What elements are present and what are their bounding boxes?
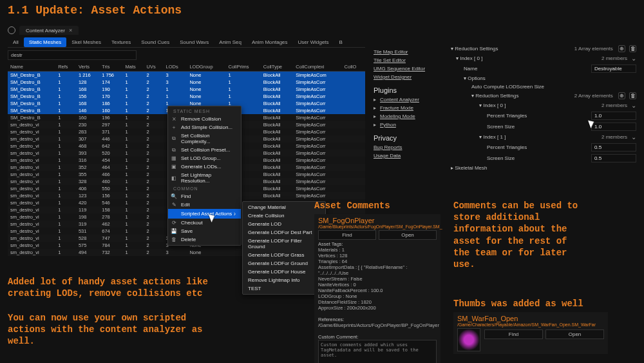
- link[interactable]: Modeling Mode: [374, 113, 425, 119]
- col-refs[interactable]: Refs: [55, 63, 76, 72]
- col-lodgroup[interactable]: LODGroup: [187, 63, 225, 72]
- asset-tooltip-thumb: SM_WarFan_Open /Game/Characters/Playable…: [453, 312, 608, 354]
- ctx-sub-item[interactable]: Generate LOD: [243, 220, 325, 228]
- filter-skel-meshes[interactable]: Skel Meshes: [66, 37, 106, 47]
- table-row[interactable]: SM_Destro_B11 2161 756123None1BlockAllSi…: [8, 72, 365, 79]
- ctx-sub-item[interactable]: Generate LODFor Grass: [243, 251, 325, 259]
- tab-content-analyzer[interactable]: Content Analyzer ×: [19, 26, 79, 35]
- find-button[interactable]: Find: [484, 329, 543, 339]
- open-button[interactable]: Open: [379, 230, 437, 240]
- ctx-sub-item[interactable]: Generate LODFor Filler Ground: [243, 237, 325, 251]
- filter-textures[interactable]: Textures: [106, 37, 136, 47]
- link[interactable]: Usage Data: [374, 153, 425, 159]
- editor-links: Tile Map EditorTile Set EditorUMG Sequen…: [374, 46, 425, 161]
- link[interactable]: Bug Reports: [374, 144, 425, 150]
- ctx-sub-item[interactable]: Change Material: [243, 203, 325, 211]
- col-mats[interactable]: Mats: [123, 63, 144, 72]
- col-name[interactable]: Name: [8, 63, 55, 72]
- open-button[interactable]: Open: [545, 329, 604, 339]
- ctx-item[interactable]: ◧Set Lightmap Resolution...: [168, 171, 241, 185]
- col-tris[interactable]: Tris: [99, 63, 122, 72]
- ctx-sub-item[interactable]: Generate LODFor Ground: [243, 259, 325, 268]
- ctx-sub-item[interactable]: Remove Lightmap Info: [243, 276, 325, 284]
- table-row[interactable]: SM_Destro_B1168190121None1BlockAllSimple…: [8, 86, 365, 93]
- asset-name: SM_FogOnPlayer: [318, 217, 437, 224]
- name-field[interactable]: Destroyable: [591, 64, 636, 73]
- filter-b[interactable]: B: [334, 37, 348, 47]
- link[interactable]: Widget Designer: [374, 74, 425, 80]
- ctx-sub-item[interactable]: TEST: [243, 284, 325, 293]
- tab-label: Content Analyzer: [26, 28, 65, 34]
- ctx-sub-item[interactable]: Generate LODFor House: [243, 268, 325, 276]
- link[interactable]: Tile Map Editor: [374, 49, 425, 55]
- trash-icon[interactable]: 🗑: [629, 45, 636, 52]
- caption-1: Added lot of handy asset actions like cr…: [8, 276, 208, 299]
- ctx-item[interactable]: ⧉Set Collision Preset...: [168, 146, 241, 154]
- ctx-item[interactable]: ＋Add Simple Collision...: [168, 123, 241, 132]
- ctx-item[interactable]: 💾Save: [168, 227, 241, 235]
- ctx-item[interactable]: ▦Set LOD Group...: [168, 154, 241, 162]
- caption-5: Thumbs was added as well: [453, 298, 583, 309]
- context-submenu-scripted[interactable]: Change MaterialCreate CollisionGenerate …: [242, 201, 326, 295]
- filter-bar: AllStatic MeshesSkel MeshesTexturesSound…: [8, 37, 365, 48]
- close-icon[interactable]: ×: [69, 27, 72, 34]
- col-collcomplexi[interactable]: CollComplexi: [293, 63, 341, 72]
- col-collo[interactable]: CollO: [342, 63, 365, 72]
- context-menu-static-mesh[interactable]: STATIC MESH⨯Remove Collision＋Add Simple …: [167, 106, 242, 246]
- link[interactable]: UMG Sequence Editor: [374, 66, 425, 72]
- asset-path: /Game/Blueprints/Actors/FogOnPlayer/SM_F…: [318, 224, 437, 229]
- link[interactable]: Content Analyzer: [374, 97, 425, 103]
- caption-2: You can now use your own scripted action…: [8, 312, 202, 348]
- ue-logo-icon: [8, 26, 15, 34]
- ctx-item[interactable]: ✎Edit: [168, 201, 241, 209]
- ctx-sub-item[interactable]: Generate LODFor Dest Part: [243, 228, 325, 237]
- heading-asset-comments: Asset Comments: [314, 200, 390, 211]
- caption-4: Comments can be used to store additional…: [453, 200, 578, 270]
- col-lods[interactable]: LODs: [164, 63, 187, 72]
- add-icon[interactable]: ⊕: [618, 92, 625, 99]
- link[interactable]: Python: [374, 122, 425, 128]
- search-input[interactable]: [8, 50, 137, 60]
- ctx-sub-item[interactable]: Create Collision: [243, 211, 325, 220]
- reduction-settings-panel: ▾ Reduction Settings1 Array elements ⊕🗑 …: [448, 44, 639, 172]
- ctx-item[interactable]: ⧉Set Collision Complexity...: [168, 132, 241, 146]
- comment-textarea[interactable]: Custom comments added which uses TagMeta…: [318, 340, 437, 363]
- link[interactable]: Fracture Mode: [374, 105, 425, 111]
- filter-user-widgets[interactable]: User Widgets: [293, 37, 334, 47]
- asset-thumbnail: [457, 328, 480, 351]
- col-collprims[interactable]: CollPrims: [225, 63, 260, 72]
- ctx-item[interactable]: ⨯Remove Collision: [168, 115, 241, 123]
- filter-sound-cues[interactable]: Sound Cues: [136, 37, 175, 47]
- table-row[interactable]: SM_Destro_B1128174123None1BlockAllSimple…: [8, 79, 365, 86]
- filter-static-meshes[interactable]: Static Meshes: [24, 37, 66, 47]
- col-uvs[interactable]: UVs: [144, 63, 164, 72]
- filter-all[interactable]: All: [8, 37, 24, 47]
- asset-path: /Game/Characters/Playable/Amazon/SM_WarF…: [457, 322, 604, 327]
- ctx-item[interactable]: 🗑Delete: [168, 235, 241, 244]
- ctx-item[interactable]: ⟳Checkout: [168, 219, 241, 227]
- trash-icon[interactable]: 🗑: [629, 92, 636, 99]
- asset-name: SM_WarFan_Open: [457, 315, 604, 322]
- table-row[interactable]: SM_Destro_B1156170121None1BlockAllSimple…: [8, 93, 365, 100]
- col-verts[interactable]: Verts: [76, 63, 99, 72]
- filter-sound-wavs[interactable]: Sound Wavs: [175, 37, 214, 47]
- ctx-item[interactable]: ▣Generate LODs...: [168, 162, 241, 171]
- filter-anim-montages[interactable]: Anim Montages: [247, 37, 293, 47]
- find-button[interactable]: Find: [318, 230, 376, 240]
- filter-anim-seq[interactable]: Anim Seq: [214, 37, 247, 47]
- ctx-item[interactable]: Scripted Asset Actions: [168, 209, 241, 219]
- ctx-item[interactable]: 🔍Find: [168, 192, 241, 201]
- asset-tooltip-comments: SM_FogOnPlayer /Game/Blueprints/Actors/F…: [314, 214, 440, 363]
- add-icon[interactable]: ⊕: [618, 45, 625, 52]
- col-colltype[interactable]: CollType: [261, 63, 293, 72]
- link[interactable]: Tile Set Editor: [374, 57, 425, 63]
- page-title: 1.1 Update: Asset Actions: [8, 4, 182, 18]
